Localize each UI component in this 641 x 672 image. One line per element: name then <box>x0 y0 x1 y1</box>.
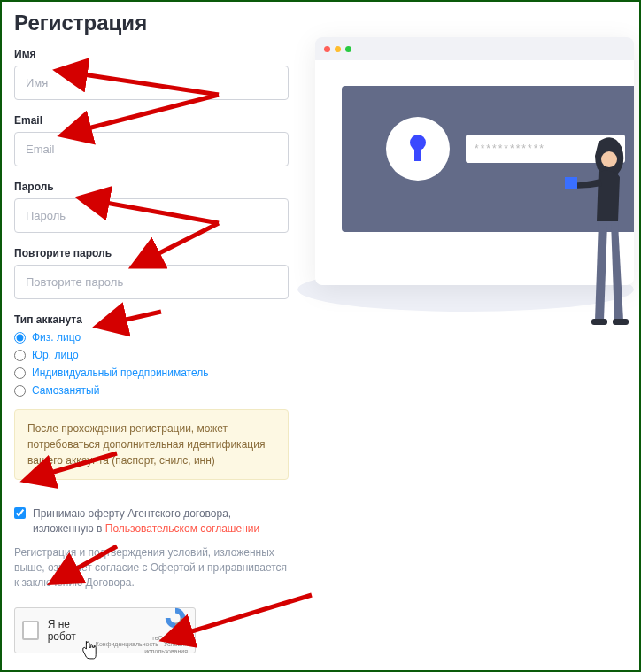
svg-point-2 <box>601 151 617 167</box>
illustration: ************ <box>315 11 627 658</box>
lock-circle <box>386 117 450 181</box>
card-icon <box>565 177 577 189</box>
email-input[interactable] <box>14 132 289 166</box>
recaptcha-label: Я не робот <box>48 618 76 643</box>
recaptcha-brand: reCAPTCHA <box>76 635 188 642</box>
account-type-radio-ip[interactable] <box>14 367 26 379</box>
window-dot-red-icon <box>324 46 330 52</box>
account-type-radio-fiz[interactable] <box>14 332 26 344</box>
agree-checkbox[interactable] <box>14 507 26 519</box>
account-type-radio-jur[interactable] <box>14 350 26 361</box>
account-type-label: Тип акканута <box>14 313 289 326</box>
registration-form: Регистрация Имя Email Пароль Повторите п… <box>14 11 289 658</box>
recaptcha-checkbox-icon[interactable] <box>22 621 39 640</box>
keyhole-icon <box>405 131 431 166</box>
account-type-option[interactable]: Юр. лицо <box>32 349 79 361</box>
password-repeat-input[interactable] <box>14 265 289 299</box>
id-notice: После прохождения регистрации, может пот… <box>14 409 289 480</box>
agree-text: Принимаю оферту Агентского договора, изл… <box>33 506 289 537</box>
recaptcha-widget[interactable]: Я не робот reCAPTCHA Конфиденциальность … <box>14 607 196 653</box>
account-type-option[interactable]: Самозанятый <box>32 384 99 397</box>
window-dot-green-icon <box>345 46 351 52</box>
account-type-option[interactable]: Физ. лицо <box>32 331 81 344</box>
person-illustration <box>565 135 641 338</box>
recaptcha-icon <box>163 606 188 630</box>
name-input[interactable] <box>14 66 289 100</box>
page-title: Регистрация <box>14 11 289 35</box>
legal-note: Регистрация и подтверждения условий, изл… <box>14 545 289 591</box>
svg-rect-4 <box>613 319 629 325</box>
recaptcha-sub: Конфиденциальность - Условия использован… <box>76 641 188 654</box>
account-type-radio-self[interactable] <box>14 385 26 397</box>
password-repeat-label: Повторите пароль <box>14 247 289 259</box>
password-input[interactable] <box>14 198 289 233</box>
svg-rect-3 <box>591 319 607 325</box>
email-label: Email <box>14 114 289 127</box>
svg-rect-1 <box>414 145 421 161</box>
password-label: Пароль <box>14 181 289 193</box>
account-type-option[interactable]: Индивидуальный предприниматель <box>32 367 208 379</box>
window-dot-yellow-icon <box>335 46 341 52</box>
name-label: Имя <box>14 48 289 60</box>
user-agreement-link[interactable]: Пользовательском соглашении <box>105 522 259 535</box>
